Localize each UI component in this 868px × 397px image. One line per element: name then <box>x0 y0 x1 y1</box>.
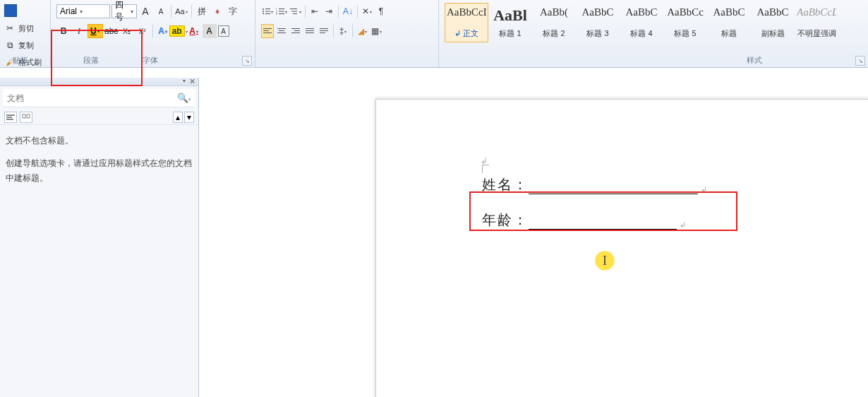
line-spacing-button[interactable]: ‡▾ <box>337 24 349 38</box>
search-icon[interactable]: 🔍▾ <box>177 93 191 103</box>
distribute-button[interactable] <box>318 24 330 38</box>
nav-collapse-down[interactable]: ▾ <box>184 112 194 123</box>
return-mark-icon: ↲ <box>680 220 686 230</box>
cut-button[interactable]: ✂ 剪切 <box>1 21 49 35</box>
char-shading-button[interactable]: A <box>203 24 217 38</box>
style-name: 标题 5 <box>674 28 696 39</box>
bullets-button[interactable]: ▾ <box>261 4 274 18</box>
svg-rect-13 <box>291 11 297 12</box>
svg-rect-27 <box>320 28 328 29</box>
style-card-0[interactable]: AaBbCcDd↲ 正文 <box>445 3 488 42</box>
paste-icon <box>4 4 17 17</box>
style-card-7[interactable]: AaBbC副标题 <box>751 3 795 42</box>
nav-header: ▾ ✕ <box>0 78 198 86</box>
svg-point-2 <box>263 11 264 12</box>
svg-text:3: 3 <box>276 13 277 15</box>
nav-collapse-up[interactable]: ▴ <box>173 112 183 123</box>
style-name: 标题 3 <box>586 28 608 39</box>
svg-rect-25 <box>306 30 314 31</box>
paragraph-group: ▾ 123▾ ▾ ⇤ ⇥ A↓ ✕▾ ¶ ‡▾ ◢▾ ▦▾ 段落 ↘ <box>255 0 439 67</box>
style-preview: AaBbC <box>622 6 661 18</box>
numbering-button[interactable]: 123▾ <box>275 4 288 18</box>
style-card-1[interactable]: AaBl标题 1 <box>488 3 532 42</box>
return-mark-icon: ↲ <box>701 185 707 194</box>
justify-button[interactable] <box>303 24 316 38</box>
close-icon[interactable]: ✕ <box>189 77 195 86</box>
asian-layout-button[interactable]: ✕▾ <box>361 4 373 18</box>
cursor-highlight: I <box>595 251 615 271</box>
style-name: 标题 <box>721 28 737 39</box>
align-right-button[interactable] <box>289 24 302 38</box>
shrink-font-button[interactable]: A <box>154 4 168 18</box>
grow-font-button[interactable]: A <box>138 4 152 18</box>
superscript-button[interactable]: X² <box>135 24 150 38</box>
paragraph-dialog-launcher[interactable]: ↘ <box>855 56 865 66</box>
nav-msg-2: 创建导航选项卡，请通过应用标题样式在您的文档中建标题。 <box>6 156 193 186</box>
font-color-button[interactable]: A▾ <box>187 24 201 38</box>
copy-button[interactable]: ⧉ 复制 <box>1 38 49 52</box>
copy-icon: ⧉ <box>4 40 16 51</box>
font-dialog-launcher[interactable]: ↘ <box>242 56 252 66</box>
show-marks-button[interactable]: ¶ <box>375 4 387 18</box>
italic-button[interactable]: I <box>72 24 86 38</box>
scissors-icon: ✂ <box>4 23 16 34</box>
increase-indent-button[interactable]: ⇥ <box>323 4 335 18</box>
svg-rect-26 <box>306 32 314 33</box>
style-preview: AaBbC <box>578 6 617 18</box>
style-card-2[interactable]: AaBb(标题 2 <box>532 3 576 42</box>
style-card-3[interactable]: AaBbC标题 3 <box>576 3 620 42</box>
nav-search-input[interactable] <box>7 93 177 103</box>
char-border-button[interactable]: A <box>218 25 229 37</box>
nav-tab-headings[interactable] <box>4 112 17 123</box>
enclose-char-button[interactable]: 字 <box>226 4 240 18</box>
style-preview: AaBbCcDd <box>797 6 836 18</box>
style-card-4[interactable]: AaBbC标题 4 <box>620 3 663 42</box>
page[interactable]: ↲ 姓名： ↲ 年龄： ↲ I <box>375 99 868 397</box>
svg-rect-30 <box>6 114 15 116</box>
age-label: 年龄： <box>482 211 529 230</box>
style-card-5[interactable]: AaBbCc标题 5 <box>663 3 707 42</box>
styles-group: AaBbCcDd↲ 正文AaBl标题 1AaBb(标题 2AaBbC标题 3Aa… <box>439 0 868 67</box>
style-name: ↲ 正文 <box>454 28 478 39</box>
svg-rect-16 <box>263 30 269 31</box>
svg-rect-24 <box>306 28 314 29</box>
shading-button[interactable]: ◢▾ <box>356 24 368 38</box>
style-name: 标题 4 <box>630 28 652 39</box>
age-underline[interactable] <box>529 214 677 230</box>
phonetic-guide-button[interactable]: 拼 <box>195 4 209 18</box>
sort-button[interactable]: A↓ <box>342 4 354 18</box>
nav-body: 文档不包含标题。 创建导航选项卡，请通过应用标题样式在您的文档中建标题。 <box>0 125 198 195</box>
style-preview: AaBbC <box>709 6 749 18</box>
style-card-8[interactable]: AaBbCcDd不明显强调 <box>795 3 838 42</box>
font-size-combo[interactable]: 四号▾ <box>111 4 137 18</box>
font-name-combo[interactable]: Arial▾ <box>56 4 110 18</box>
subscript-button[interactable]: X₂ <box>120 24 134 38</box>
align-left-button[interactable] <box>261 24 274 38</box>
style-card-6[interactable]: AaBbC标题 <box>707 3 751 42</box>
decrease-indent-button[interactable]: ⇤ <box>308 4 321 18</box>
ribbon: ✂ 剪切 ⧉ 复制 🖌 格式刷 贴板 Arial▾ 四号▾ A A Aa▾ 拼 … <box>0 0 868 68</box>
underline-button[interactable]: U▾ <box>88 24 103 38</box>
bold-button[interactable]: B <box>56 24 71 38</box>
clear-format-button[interactable]: ♦ <box>210 4 224 18</box>
nav-menu-button[interactable]: ▾ <box>183 78 186 84</box>
nav-tab-pages[interactable] <box>20 112 32 123</box>
nav-tabs: ▴ ▾ <box>0 110 198 125</box>
change-case-button[interactable]: Aa▾ <box>174 4 188 18</box>
align-center-button[interactable] <box>275 24 288 38</box>
clipboard-group: ✂ 剪切 ⧉ 复制 🖌 格式刷 贴板 <box>0 0 51 67</box>
style-preview: AaBb( <box>534 6 574 18</box>
style-name: 副标题 <box>761 28 785 39</box>
navigation-pane: ▾ ✕ 🔍▾ ▴ ▾ 文档不包含标题。 创建导航选项卡，请通过应用标题样式在您的… <box>0 78 199 397</box>
name-underline[interactable] <box>529 179 698 194</box>
chevron-down-icon: ▾ <box>131 8 133 15</box>
page-content[interactable]: 姓名： ↲ 年龄： ↲ <box>376 100 868 230</box>
text-effects-button[interactable]: A▾ <box>156 24 170 38</box>
highlight-button[interactable]: ab▾ <box>171 24 186 38</box>
paste-button[interactable] <box>1 3 49 18</box>
strike-button[interactable]: abc <box>104 24 119 38</box>
paragraph-label: 段落 <box>83 55 99 66</box>
style-name: 不明显强调 <box>797 28 836 39</box>
multilevel-button[interactable]: ▾ <box>289 4 302 18</box>
borders-button[interactable]: ▦▾ <box>370 24 382 38</box>
